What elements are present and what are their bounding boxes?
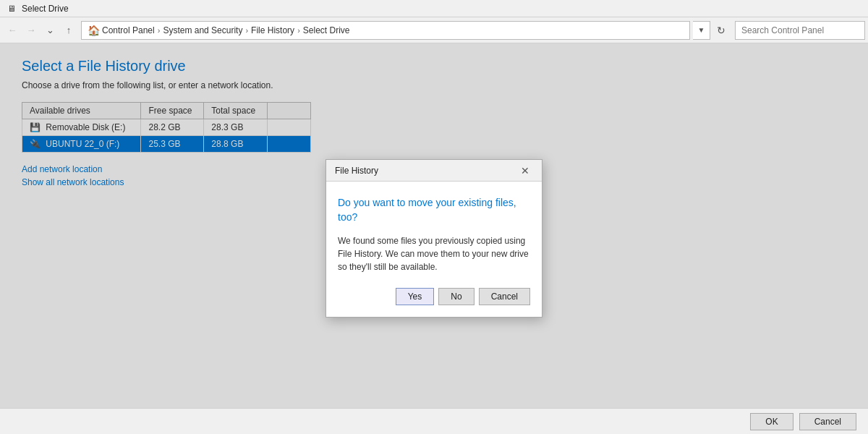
content-area: Select a File History drive Choose a dri… <box>0 43 868 434</box>
crumb-sep-1: › <box>158 26 161 35</box>
dialog-yes-button[interactable]: Yes <box>396 288 435 305</box>
crumb-file-history: File History <box>251 25 294 35</box>
title-bar: 🖥 Select Drive <box>0 0 868 17</box>
app-icon: 🖥 <box>6 3 17 14</box>
file-history-dialog: File History ✕ Do you want to move your … <box>326 159 542 318</box>
address-dropdown-button[interactable]: ▼ <box>693 21 710 40</box>
main-window: 🖥 Select Drive ← → ⌄ ↑ 🏠 Control Panel ›… <box>0 0 868 434</box>
dialog-question: Do you want to move your existing files,… <box>338 196 530 224</box>
bottom-bar: OK Cancel <box>0 408 868 434</box>
cancel-button[interactable]: Cancel <box>799 413 856 430</box>
address-bar-row: ← → ⌄ ↑ 🏠 Control Panel › System and Sec… <box>0 17 868 43</box>
crumb-sep-3: › <box>297 26 300 35</box>
search-input[interactable] <box>735 21 865 40</box>
dialog-close-button[interactable]: ✕ <box>517 163 533 179</box>
dialog-description: We found some files you previously copie… <box>338 234 530 273</box>
crumb-select-drive: Select Drive <box>303 25 350 35</box>
crumb-system-security: System and Security <box>163 25 242 35</box>
ok-button[interactable]: OK <box>750 413 793 430</box>
crumb-sep-2: › <box>245 26 248 35</box>
dialog-buttons: Yes No Cancel <box>338 288 530 305</box>
forward-button[interactable]: → <box>22 21 41 40</box>
dialog-title-bar: File History ✕ <box>326 160 542 182</box>
title-bar-text: Select Drive <box>22 4 69 14</box>
crumb-control-panel: Control Panel <box>102 25 155 35</box>
dialog-no-button[interactable]: No <box>438 288 474 305</box>
refresh-button[interactable]: ↻ <box>712 21 731 40</box>
home-icon: 🏠 <box>88 25 99 36</box>
dialog-cancel-button[interactable]: Cancel <box>479 288 530 305</box>
address-box[interactable]: 🏠 Control Panel › System and Security › … <box>81 21 690 40</box>
dialog-title-text: File History <box>335 166 378 176</box>
recent-locations-button[interactable]: ⌄ <box>41 21 59 40</box>
back-button[interactable]: ← <box>3 21 22 40</box>
up-button[interactable]: ↑ <box>59 21 78 40</box>
breadcrumb: 🏠 Control Panel › System and Security › … <box>88 25 349 36</box>
dialog-overlay: File History ✕ Do you want to move your … <box>0 43 868 434</box>
dialog-body: Do you want to move your existing files,… <box>326 182 542 317</box>
